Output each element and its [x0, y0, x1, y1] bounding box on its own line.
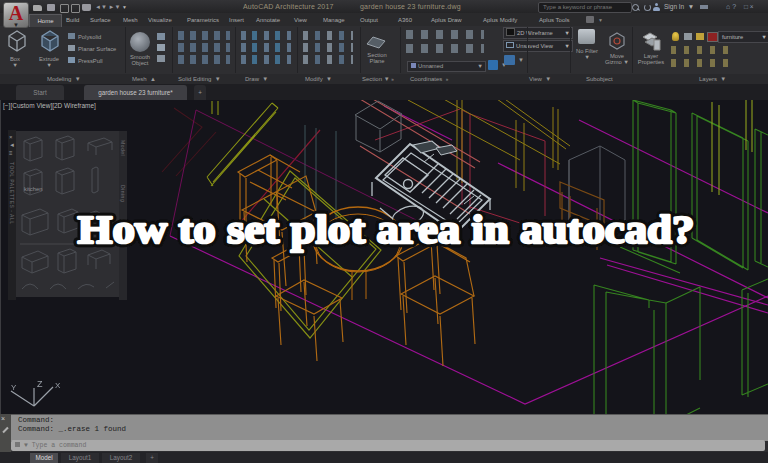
svg-text:Y: Y	[11, 383, 17, 392]
svg-text:X: X	[55, 381, 61, 390]
svg-text:How to set plot area in autoca: How to set plot area in autocad?	[78, 206, 695, 252]
svg-text:Z: Z	[37, 379, 43, 389]
